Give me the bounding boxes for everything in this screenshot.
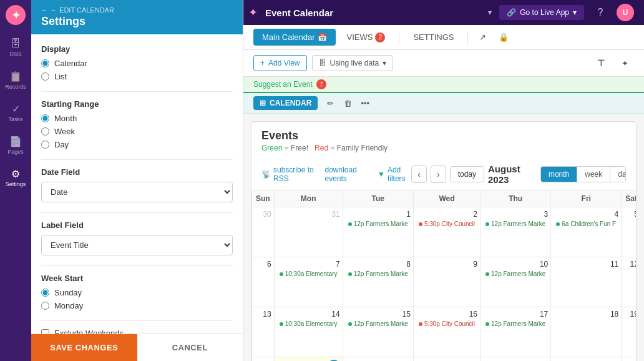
calendar-cell[interactable]: 20 (252, 357, 275, 362)
calendar-cell[interactable]: 11 (551, 257, 622, 307)
user-avatar[interactable]: U (617, 4, 634, 21)
live-data-button[interactable]: 🗄 Using live data ▾ (312, 55, 394, 71)
add-filters-link[interactable]: ▼ Add filters (378, 166, 411, 183)
week-sunday-option[interactable]: Sunday (41, 288, 233, 297)
event-dot (556, 222, 560, 226)
week-monday-option[interactable]: Monday (41, 301, 233, 310)
calendar-cell[interactable]: 1012p Farmers Marke (481, 257, 551, 307)
tab-views[interactable]: VIEWS 2 (338, 29, 394, 46)
help-button[interactable]: ? (592, 4, 609, 21)
add-view-button[interactable]: + Add View (253, 55, 307, 71)
event-text: 6a Children's Fun F (562, 220, 616, 227)
calendar-cell[interactable]: 25:30p City Council (413, 207, 480, 257)
event-text: 12p Farmers Marke (354, 220, 408, 227)
event-pill[interactable]: 12p Farmers Marke (483, 320, 548, 328)
event-pill[interactable]: 12p Farmers Marke (346, 220, 411, 228)
exclude-weekends-option[interactable]: Exclude Weekends (41, 329, 233, 334)
external-link-button[interactable]: ↗ (473, 28, 492, 47)
filter-button[interactable]: ✦ (615, 54, 634, 72)
calendar-cell[interactable]: 812p Farmers Marke (343, 257, 413, 307)
settings-panel: ← ← EDIT CALENDAR Settings Display Calen… (31, 0, 243, 361)
day-number: 9 (416, 260, 477, 269)
calendar-row: 6710:30a Elementary812p Farmers Marke910… (252, 257, 637, 307)
calendar-cell[interactable]: 23 (413, 357, 480, 362)
tab-settings[interactable]: SETTINGS (404, 29, 462, 46)
calendar-cell[interactable]: 1512p Farmers Marke (343, 307, 413, 357)
nav-data[interactable]: 🗄 Data (3, 32, 28, 62)
calendar-cell[interactable]: 2412p Farmers Marke (481, 357, 551, 362)
event-pill[interactable]: 10:30a Elementary (277, 270, 340, 278)
event-pill[interactable]: 12p Farmers Marke (483, 220, 548, 228)
month-view-button[interactable]: month (541, 167, 577, 182)
go-to-live-button[interactable]: 🔗 Go to Live App ▾ (499, 5, 584, 20)
week-view-button[interactable]: week (577, 167, 610, 182)
nav-settings[interactable]: ⚙ Settings (3, 162, 28, 192)
label-field-select[interactable]: Event Title (41, 235, 233, 255)
calendar-cell[interactable]: 30 (252, 207, 275, 257)
week-start-options: Sunday Monday (41, 288, 233, 310)
event-pill[interactable]: 10:30a Elementary (277, 320, 340, 328)
delete-chip-button[interactable]: 🗑 (340, 96, 355, 111)
nav-tasks[interactable]: ✓ Tasks (3, 97, 28, 127)
calendar-cell[interactable]: 256a Children's Fun F (551, 357, 622, 362)
range-week-option[interactable]: Week (41, 127, 233, 136)
today-button[interactable]: today (450, 166, 484, 182)
calendar-cell[interactable]: 9 (413, 257, 480, 307)
calendar-cell[interactable]: 12 (622, 257, 637, 307)
dropdown-arrow-icon[interactable]: ▾ (488, 8, 492, 17)
tab-calendar-icon: 📅 (318, 33, 327, 42)
cancel-button[interactable]: CANCEL (137, 334, 243, 361)
more-chip-button[interactable]: ••• (358, 96, 373, 111)
day-number: 8 (346, 260, 411, 269)
display-list-option[interactable]: List (41, 72, 233, 81)
event-pill[interactable]: 12p Farmers Marke (346, 270, 411, 278)
lock-button[interactable]: 🔒 (494, 28, 513, 47)
calendar-cell[interactable]: 18 (551, 307, 622, 357)
col-thu: Thu (481, 190, 551, 207)
event-pill[interactable]: 5:30p City Council (416, 220, 477, 228)
event-pill[interactable]: 12p Farmers Marke (483, 270, 548, 278)
event-dot (348, 322, 352, 326)
download-link[interactable]: download events (324, 166, 369, 183)
calendar-cell[interactable]: 165:30p City Council (413, 307, 480, 357)
field-icon: ⊤ (597, 58, 605, 68)
date-field-select[interactable]: Date (41, 182, 233, 202)
save-button[interactable]: SAVE CHANGES (31, 334, 137, 361)
tab-main-calendar[interactable]: Main Calendar 📅 (253, 29, 336, 46)
green-legend: Green (261, 144, 282, 152)
event-pill[interactable]: 5:30p City Council (416, 320, 477, 328)
calendar-cell[interactable]: 1410:30a Elementary (274, 307, 343, 357)
prev-month-button[interactable]: ‹ (411, 166, 427, 183)
calendar-cell[interactable]: 19 (622, 307, 637, 357)
calendar-cell[interactable]: 46a Children's Fun F (551, 207, 622, 257)
calendar-cell[interactable]: 1712p Farmers Marke (481, 307, 551, 357)
event-dot (485, 322, 489, 326)
event-text: 12p Farmers Marke (491, 220, 545, 227)
calendar-cell[interactable]: 710:30a Elementary (274, 257, 343, 307)
nav-pages[interactable]: 📄 Pages (3, 130, 28, 160)
calendar-cell[interactable]: 6 (252, 257, 275, 307)
calendar-cell[interactable]: 26 (622, 357, 637, 362)
display-calendar-option[interactable]: Calendar (41, 59, 233, 68)
calendar-cell[interactable]: 2110:30a Elementary (274, 357, 343, 362)
calendar-row: 202110:30a Elementary2212p Farmers Marke… (252, 357, 637, 362)
day-number: 4 (554, 210, 618, 219)
next-month-button[interactable]: › (431, 166, 446, 183)
range-month-option[interactable]: Month (41, 114, 233, 123)
calendar-cell[interactable]: 312p Farmers Marke (481, 207, 551, 257)
subscribe-link[interactable]: 📡 subscribe to RSS (261, 166, 316, 183)
field-settings-button[interactable]: ⊤ (592, 54, 610, 72)
filter-icon: ▼ (378, 170, 385, 179)
event-pill[interactable]: 12p Farmers Marke (346, 320, 411, 328)
calendar-cell[interactable]: 13 (252, 307, 275, 357)
edit-chip-button[interactable]: ✏ (323, 96, 338, 111)
calendar-cell[interactable]: 2212p Farmers Marke (343, 357, 413, 362)
back-button[interactable]: ← ← EDIT CALENDAR (41, 6, 233, 14)
nav-records[interactable]: 📋 Records (3, 65, 28, 95)
range-day-option[interactable]: Day (41, 140, 233, 149)
calendar-cell[interactable]: 112p Farmers Marke (343, 207, 413, 257)
calendar-cell[interactable]: 5 (622, 207, 637, 257)
calendar-cell[interactable]: 31 (274, 207, 343, 257)
day-view-button[interactable]: day (610, 167, 626, 182)
event-pill[interactable]: 6a Children's Fun F (554, 220, 618, 228)
